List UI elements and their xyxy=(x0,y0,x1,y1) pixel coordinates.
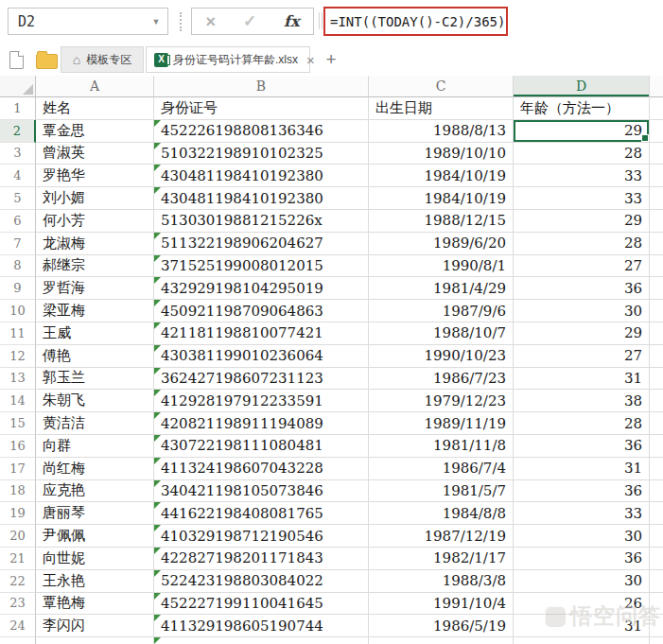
cell-birthdate[interactable]: 1988/3/8 xyxy=(369,570,514,593)
row-header[interactable]: 16 xyxy=(0,435,36,458)
chevron-down-icon[interactable]: ▼ xyxy=(145,17,167,26)
close-tab-icon[interactable]: × xyxy=(303,53,315,67)
tab-template-zone[interactable]: ⌂ 模板专区 xyxy=(61,46,144,73)
cell-name[interactable]: 王永艳 xyxy=(36,570,154,593)
cell-birthdate[interactable]: 1987/12/19 xyxy=(369,525,514,548)
cell-age[interactable]: 30 xyxy=(514,525,650,548)
cell-name[interactable]: 尹佩佩 xyxy=(36,525,154,548)
cell-age[interactable]: 31 xyxy=(514,368,650,391)
row-header[interactable]: 17 xyxy=(0,458,36,480)
column-header-d[interactable]: D xyxy=(514,76,650,97)
cell-name[interactable]: 覃金思 xyxy=(36,120,154,143)
cell-name[interactable] xyxy=(36,637,154,644)
cell-empty[interactable] xyxy=(650,435,663,458)
tab-active-workbook[interactable]: X 身份证号码计算年龄.xlsx × xyxy=(146,46,310,73)
row-header[interactable]: 12 xyxy=(0,345,36,368)
cell-age[interactable]: 33 xyxy=(514,165,650,187)
cell-empty[interactable] xyxy=(650,300,663,322)
cell-age-header[interactable]: 年龄（方法一） xyxy=(514,97,650,120)
cell-id[interactable]: 452226198808136346 xyxy=(154,120,369,143)
cell-name[interactable]: 曾淑英 xyxy=(36,143,154,165)
new-tab-button[interactable]: + xyxy=(320,46,342,73)
row-header[interactable]: 10 xyxy=(0,300,36,322)
cell-empty[interactable] xyxy=(650,502,663,525)
cell-birthdate[interactable]: 1981/11/8 xyxy=(369,435,514,458)
cell-age[interactable]: 29 xyxy=(514,120,650,143)
cell-empty[interactable] xyxy=(650,187,663,210)
cell-name[interactable]: 应克艳 xyxy=(36,480,154,503)
cell-age[interactable]: 36 xyxy=(514,435,650,458)
cell-id[interactable]: 420821198911194089 xyxy=(154,412,369,435)
cell-empty[interactable] xyxy=(650,368,663,391)
cell-id[interactable]: 432929198104295019 xyxy=(154,277,369,300)
cell-name[interactable]: 郭玉兰 xyxy=(36,368,154,391)
cell-birthdate[interactable]: 1984/8/8 xyxy=(369,502,514,525)
cell-age[interactable]: 28 xyxy=(514,143,650,165)
new-document-icon[interactable] xyxy=(9,51,24,69)
cell-birthdate[interactable]: 1989/10/10 xyxy=(369,143,514,165)
cell-id[interactable]: 410329198712190546 xyxy=(154,525,369,548)
cell-id[interactable]: 450921198709064863 xyxy=(154,300,369,322)
cell-age[interactable]: 36 xyxy=(514,277,650,300)
cell-age[interactable]: 28 xyxy=(514,412,650,435)
row-header[interactable]: 6 xyxy=(0,210,36,233)
cell-name[interactable]: 梁亚梅 xyxy=(36,300,154,322)
cell-name[interactable]: 罗艳华 xyxy=(36,165,154,187)
cell-birthdate-header[interactable]: 出生日期 xyxy=(369,97,514,120)
cell-birthdate[interactable]: 1988/8/13 xyxy=(369,120,514,143)
cell-birthdate[interactable]: 1986/7/23 xyxy=(369,368,514,391)
cell-empty[interactable] xyxy=(650,233,663,255)
confirm-icon[interactable]: ✓ xyxy=(243,13,256,29)
row-header[interactable]: 5 xyxy=(0,187,36,210)
cell-id[interactable]: 340421198105073846 xyxy=(154,480,369,503)
insert-function-icon[interactable]: fx xyxy=(284,12,299,30)
cell-name[interactable]: 尚红梅 xyxy=(36,458,154,480)
cell-id[interactable]: 421181198810077421 xyxy=(154,322,369,345)
row-header[interactable]: 22 xyxy=(0,570,36,593)
cell-empty[interactable] xyxy=(650,637,663,644)
cell-birthdate[interactable]: 1988/10/7 xyxy=(369,322,514,345)
row-header[interactable] xyxy=(0,637,36,644)
cell-name[interactable]: 李闪闪 xyxy=(36,615,154,637)
row-header[interactable]: 15 xyxy=(0,412,36,435)
cell-name[interactable]: 朱朝飞 xyxy=(36,390,154,412)
cell-age[interactable]: 33 xyxy=(514,187,650,210)
row-header[interactable]: 18 xyxy=(0,480,36,503)
row-header[interactable]: 4 xyxy=(0,165,36,187)
cell-birthdate[interactable]: 1988/12/15 xyxy=(369,210,514,233)
cell-empty[interactable] xyxy=(650,525,663,548)
cell-empty[interactable] xyxy=(650,480,663,503)
cell-name[interactable]: 向世妮 xyxy=(36,548,154,570)
cell-age[interactable]: 28 xyxy=(514,233,650,255)
cell-age[interactable]: 30 xyxy=(514,300,650,322)
cell-birthdate[interactable]: 1981/5/7 xyxy=(369,480,514,503)
cell-empty[interactable] xyxy=(650,593,663,616)
cell-id[interactable]: 511322198906204627 xyxy=(154,233,369,255)
cell-age[interactable]: 30 xyxy=(514,570,650,593)
cell-id[interactable]: 422827198201171843 xyxy=(154,548,369,570)
cell-id[interactable]: 412928197912233591 xyxy=(154,390,369,412)
row-header[interactable]: 21 xyxy=(0,548,36,570)
cell-id[interactable]: 441622198408081765 xyxy=(154,502,369,525)
open-folder-icon[interactable] xyxy=(36,54,58,69)
formula-input[interactable]: =INT((TODAY()-C2)/365) xyxy=(323,7,508,36)
cell-name[interactable]: 罗哲海 xyxy=(36,277,154,300)
cell-name[interactable]: 王威 xyxy=(36,322,154,345)
cell-id[interactable]: 430381199010236064 xyxy=(154,345,369,368)
cell-age[interactable]: 36 xyxy=(514,548,650,570)
column-header-a[interactable]: A xyxy=(36,76,154,97)
cell-age[interactable]: 27 xyxy=(514,345,650,368)
cell-age[interactable] xyxy=(514,637,650,644)
cell-birthdate[interactable]: 1986/5/19 xyxy=(369,615,514,637)
cell-age[interactable]: 33 xyxy=(514,502,650,525)
row-header[interactable]: 13 xyxy=(0,368,36,391)
cell-empty[interactable] xyxy=(650,322,663,345)
row-header[interactable]: 2 xyxy=(0,120,36,143)
cell-birthdate[interactable]: 1984/10/19 xyxy=(369,165,514,187)
cell-empty[interactable] xyxy=(650,165,663,187)
row-header[interactable]: 24 xyxy=(0,615,36,637)
row-header[interactable]: 20 xyxy=(0,525,36,548)
cell-name[interactable]: 何小芳 xyxy=(36,210,154,233)
cell-age[interactable]: 38 xyxy=(514,390,650,412)
cell-empty[interactable] xyxy=(650,277,663,300)
